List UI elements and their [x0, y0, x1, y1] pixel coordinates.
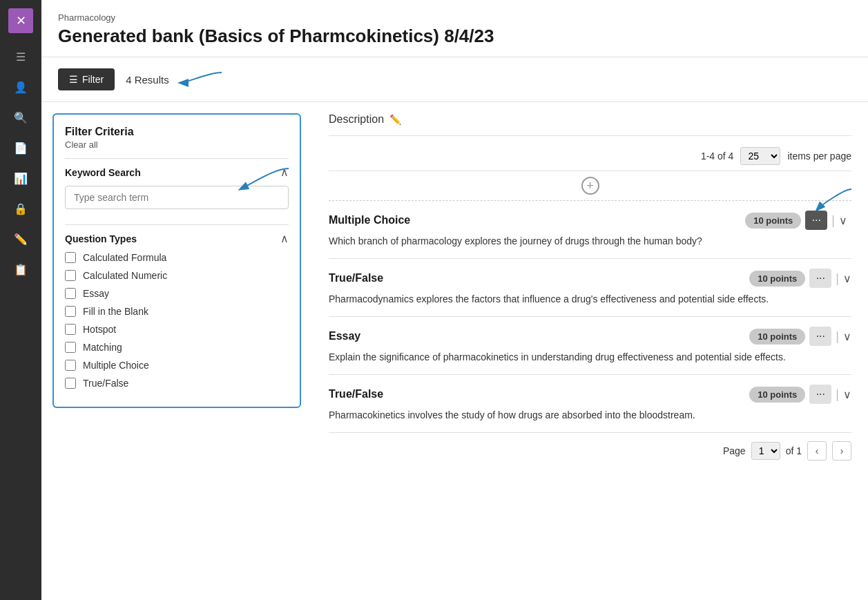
expand-question-button[interactable]: ∨ — [843, 330, 851, 343]
points-badge: 10 points — [749, 329, 805, 345]
menu-icon[interactable]: ☰ — [8, 44, 33, 69]
prev-page-button[interactable]: ‹ — [807, 441, 827, 461]
question-actions: 10 points···|∨ — [749, 269, 851, 288]
question-type-label: Hotspot — [83, 324, 116, 335]
filter-label: Filter — [82, 74, 104, 85]
vertical-divider: | — [836, 271, 839, 286]
question-card: Multiple Choice10 points···|∨ Which bran… — [329, 201, 851, 259]
points-badge: 10 points — [745, 213, 801, 229]
question-types-header: Question Types ∧ — [65, 232, 289, 245]
header: Pharmacology Generated bank (Basics of P… — [41, 0, 868, 57]
question-types-section: Question Types ∧ Calculated FormulaCalcu… — [65, 232, 289, 389]
clipboard-icon[interactable]: 📋 — [8, 257, 33, 282]
checkbox-essay[interactable] — [65, 288, 76, 299]
filter-panel: Filter Criteria Clear all Keyword Search… — [52, 113, 301, 408]
checkbox-multiple-choice[interactable] — [65, 360, 76, 371]
toolbar: ☰ Filter 4 Results — [41, 57, 868, 102]
question-type-label: True/False — [329, 388, 383, 400]
filter-divider — [65, 158, 289, 159]
question-type-label: True/False — [83, 378, 128, 389]
question-header: True/False10 points···|∨ — [329, 269, 851, 288]
user-icon[interactable]: 👤 — [8, 75, 33, 99]
filter-icon: ☰ — [69, 74, 78, 85]
question-types-chevron-up-icon[interactable]: ∧ — [280, 232, 289, 245]
add-question-button[interactable]: + — [581, 177, 599, 195]
checkbox-calculated-formula[interactable] — [65, 252, 76, 263]
more-options-button[interactable]: ··· — [809, 269, 831, 288]
checkbox-matching[interactable] — [65, 342, 76, 353]
points-badge: 10 points — [749, 387, 805, 403]
filter-criteria-title: Filter Criteria — [65, 126, 289, 138]
chart-icon[interactable]: 📊 — [8, 166, 33, 191]
question-card: Essay10 points···|∨Explain the significa… — [329, 317, 851, 375]
question-type-item[interactable]: Multiple Choice — [65, 360, 289, 371]
page-label: Page — [723, 445, 746, 456]
pagination-top: 1-4 of 4 25 50 100 items per page — [329, 142, 851, 171]
question-type-label: Matching — [83, 342, 122, 353]
question-type-item[interactable]: Matching — [65, 342, 289, 353]
question-type-item[interactable]: Hotspot — [65, 324, 289, 335]
question-type-label: Multiple Choice — [329, 214, 410, 226]
points-badge: 10 points — [749, 271, 805, 287]
keyword-section-title: Keyword Search — [65, 167, 141, 178]
question-type-label: Essay — [329, 330, 360, 342]
expand-question-button[interactable]: ∨ — [843, 388, 851, 401]
vertical-divider: | — [836, 329, 839, 344]
questions-list: Multiple Choice10 points···|∨ Which bran… — [329, 201, 851, 433]
question-type-label: Fill in the Blank — [83, 306, 148, 317]
question-text: Pharmacodynamics explores the factors th… — [329, 292, 851, 307]
items-per-page-select[interactable]: 25 50 100 — [740, 147, 780, 165]
breadcrumb: Pharmacology — [58, 12, 851, 23]
question-type-item[interactable]: True/False — [65, 378, 289, 389]
document-icon[interactable]: 📄 — [8, 135, 33, 160]
page-range: 1-4 of 4 — [701, 151, 733, 162]
question-header: True/False10 points···|∨ — [329, 385, 851, 404]
question-type-label: True/False — [329, 272, 383, 284]
annotation-arrow-keyword — [220, 162, 301, 196]
question-actions: 10 points···|∨ — [745, 211, 851, 230]
vertical-divider: | — [836, 387, 839, 402]
description-label: Description — [329, 113, 384, 126]
add-row: + — [329, 171, 851, 201]
question-type-list: Calculated FormulaCalculated NumericEssa… — [65, 252, 289, 389]
of-label: of 1 — [786, 445, 802, 456]
checkbox-fill-in-the-blank[interactable] — [65, 306, 76, 317]
results-count: 4 Results — [126, 74, 169, 86]
clear-all-button[interactable]: Clear all — [65, 139, 289, 150]
question-type-label: Calculated Formula — [83, 252, 166, 263]
question-type-item[interactable]: Calculated Formula — [65, 252, 289, 263]
question-type-item[interactable]: Calculated Numeric — [65, 270, 289, 281]
filter-divider-2 — [65, 224, 289, 225]
question-type-label: Essay — [83, 288, 109, 299]
question-text: Which branch of pharmacology explores th… — [329, 234, 851, 249]
question-text: Explain the significance of pharmacokine… — [329, 350, 851, 365]
question-type-item[interactable]: Essay — [65, 288, 289, 299]
edit-description-icon[interactable]: ✏️ — [389, 114, 401, 125]
checkbox-true/false[interactable] — [65, 378, 76, 389]
question-type-label: Calculated Numeric — [83, 270, 167, 281]
search-icon[interactable]: 🔍 — [8, 105, 33, 130]
question-text: Pharmacokinetics involves the study of h… — [329, 408, 851, 423]
more-options-button[interactable]: ··· — [809, 327, 831, 346]
edit-icon[interactable]: ✏️ — [8, 226, 33, 251]
description-row: Description ✏️ — [329, 113, 851, 136]
next-page-button[interactable]: › — [832, 441, 851, 461]
annotation-arrow-results — [180, 69, 235, 97]
close-button[interactable]: ✕ — [8, 8, 33, 33]
more-options-button[interactable]: ··· — [809, 385, 831, 404]
question-card: True/False10 points···|∨Pharmacokinetics… — [329, 375, 851, 433]
main-container: Pharmacology Generated bank (Basics of P… — [41, 0, 868, 600]
page-select[interactable]: 1 — [751, 442, 780, 460]
checkbox-hotspot[interactable] — [65, 324, 76, 335]
sidebar: ✕ ☰ 👤 🔍 📄 📊 🔒 ✏️ 📋 — [0, 0, 41, 600]
content-area: Filter Criteria Clear all Keyword Search… — [41, 102, 868, 600]
question-type-item[interactable]: Fill in the Blank — [65, 306, 289, 317]
pagination-bottom: Page 1 of 1 ‹ › — [329, 433, 851, 469]
filter-button[interactable]: ☰ Filter — [58, 68, 115, 90]
checkbox-calculated-numeric[interactable] — [65, 270, 76, 281]
expand-question-button[interactable]: ∨ — [843, 272, 851, 285]
question-header: Essay10 points···|∨ — [329, 327, 851, 346]
question-actions: 10 points···|∨ — [749, 385, 851, 404]
lock-icon[interactable]: 🔒 — [8, 196, 33, 221]
question-types-title: Question Types — [65, 233, 137, 244]
